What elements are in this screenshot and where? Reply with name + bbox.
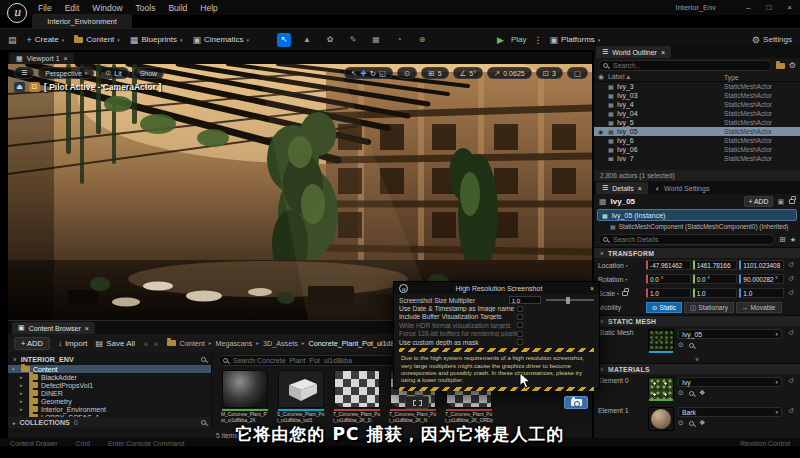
outliner-row[interactable]: ◉▦Ivy_6StaticMeshActor — [594, 136, 800, 145]
minimize-button[interactable]: – — [746, 3, 750, 12]
browse-icon[interactable]: ▣ — [777, 198, 784, 206]
settings-button[interactable]: ⚙Settings — [752, 35, 792, 45]
details-tab[interactable]: ☰Details× — [596, 182, 648, 194]
menu-window[interactable]: Window — [92, 3, 122, 13]
material-options-icon[interactable]: ❖ — [699, 389, 705, 397]
mode-foliage-icon[interactable]: ✿ — [323, 33, 337, 47]
static-mesh-section-header[interactable]: ∨STATIC MESH — [594, 315, 800, 326]
scale-lock-icon[interactable] — [622, 291, 628, 296]
capture-button[interactable] — [564, 396, 588, 409]
tree-item[interactable]: ▸BlackAdder — [8, 373, 211, 381]
outliner-row[interactable]: ◉▦Ivy_7StaticMeshActor — [594, 154, 800, 161]
rotate-tool-icon[interactable]: ↻ — [370, 69, 376, 78]
outliner-settings-icon[interactable]: ⚙ — [789, 61, 796, 70]
platforms-button[interactable]: ▣Platforms▾ — [550, 35, 601, 45]
material-0-thumbnail[interactable] — [648, 377, 674, 401]
use-selected-icon[interactable]: ⊙ — [678, 341, 684, 349]
outliner-row[interactable]: ◉▦Ivy_3StaticMeshActor — [594, 82, 800, 91]
mode-brush-icon[interactable]: ⊕ — [415, 33, 429, 47]
breadcrumb-content[interactable]: Content — [180, 339, 205, 348]
instance-row[interactable]: ▦ Ivy_05 (Instance) — [597, 209, 797, 221]
reset-static-mesh-icon[interactable]: ↺ — [786, 329, 796, 337]
scale-label[interactable]: Scale▾ — [598, 290, 644, 297]
menu-edit[interactable]: Edit — [65, 3, 80, 13]
scale-x-field[interactable]: 1.0 — [646, 288, 691, 298]
details-search-input[interactable] — [598, 234, 775, 245]
lock-icon[interactable] — [789, 199, 795, 204]
multiplier-value-field[interactable] — [509, 296, 541, 304]
materials-section-header[interactable]: ∨MATERIALS — [594, 363, 800, 374]
outliner-row[interactable]: ◉▦Ivy_5StaticMeshActor — [594, 118, 800, 127]
location-z-field[interactable]: 1101.023408 — [739, 260, 784, 270]
save-all-button[interactable]: ▤Save All — [96, 339, 135, 348]
static-mesh-thumbnail[interactable] — [648, 329, 674, 353]
add-component-button[interactable]: + ADD — [744, 196, 774, 207]
mobility-movable-button[interactable]: ↔Movable — [736, 302, 782, 313]
specify-region-button[interactable] — [405, 396, 429, 409]
material-1-combobox[interactable]: Bark▾ — [678, 407, 782, 417]
scale-tool-icon[interactable]: ◱ — [379, 69, 386, 78]
scale-y-field[interactable]: 1.0 — [693, 288, 738, 298]
breadcrumb-3d-assets[interactable]: 3D_Assets — [263, 339, 298, 348]
blueprints-button[interactable]: ▦Blueprints▾ — [130, 35, 183, 45]
menu-file[interactable]: File — [38, 3, 52, 13]
grid-snap-control[interactable]: ⊞5 — [421, 67, 448, 79]
asset-tile[interactable]: M_Concrete_Plant_Pot_ui1d8kba_2K — [220, 370, 270, 428]
world-settings-tab[interactable]: ◐World Settings — [650, 182, 716, 194]
expand-section-chevron[interactable]: ∨ — [594, 356, 800, 363]
camera-lock-icon[interactable]: ⊡ — [29, 82, 40, 92]
reset-scale-icon[interactable]: ↺ — [786, 289, 796, 297]
eject-pilot-icon[interactable]: ⏏ — [14, 82, 25, 92]
checkbox[interactable] — [517, 306, 523, 312]
menu-build[interactable]: Build — [168, 3, 187, 13]
rotation-y-field[interactable]: 0.0 ° — [693, 274, 738, 284]
dialog-title-bar[interactable]: u High Resolution Screenshot × — [394, 282, 599, 294]
find-in-browser-icon[interactable] — [689, 343, 694, 348]
favorites-icon[interactable]: ★ — [790, 236, 796, 244]
add-button[interactable]: + ADD — [14, 337, 50, 350]
camera-speed-control[interactable]: ⊡3 — [536, 67, 563, 79]
mode-select-icon[interactable]: ↖ — [277, 33, 291, 47]
play-options-kebab-icon[interactable]: ⋮ — [534, 35, 543, 45]
maximize-viewport-button[interactable]: ▢ — [567, 67, 588, 79]
content-browser-tab[interactable]: ▣Content Browser× — [12, 322, 95, 334]
asset-tile[interactable]: S_Concrete_Plant_Pot_ui1d8kba_lod3 — [276, 370, 326, 428]
sources-header[interactable]: ∨ INTERIOR_ENV — [8, 353, 211, 365]
location-x-field[interactable]: -47.961462 — [646, 260, 691, 270]
viewport-menu-button[interactable]: ☰ — [14, 67, 34, 79]
menu-tools[interactable]: Tools — [136, 3, 156, 13]
asset-tile[interactable]: T_Concrete_Plant_Pot_ui1d8kba_2K_D — [332, 370, 382, 428]
perspective-button[interactable]: Perspective▾ — [38, 67, 94, 79]
reset-location-icon[interactable]: ↺ — [786, 261, 796, 269]
tree-item[interactable]: ▸Geometry — [8, 397, 211, 405]
outliner-row[interactable]: ◉▦Ivy_03StaticMeshActor — [594, 91, 800, 100]
mode-modeling-icon[interactable]: ▦ — [369, 33, 383, 47]
rotation-label[interactable]: Rotation▾ — [598, 276, 644, 283]
dialog-close-icon[interactable]: × — [590, 285, 594, 292]
rotation-snap-control[interactable]: ∠5° — [453, 67, 483, 79]
use-selected-icon[interactable]: ⊙ — [678, 389, 684, 397]
viewport-tab[interactable]: ▦ Viewport 1 × — [10, 53, 74, 64]
cinematics-button[interactable]: ▣Cinematics▾ — [192, 35, 249, 45]
play-label[interactable]: Play — [511, 35, 527, 44]
nav-back-icon[interactable]: ◃ — [143, 339, 147, 348]
lit-button[interactable]: ⊙Lit — [98, 67, 128, 79]
outliner-tab[interactable]: ☰World Outliner× — [596, 46, 671, 58]
show-button[interactable]: Show — [133, 67, 165, 79]
level-tab[interactable]: Interior_Environment — [32, 14, 132, 28]
mobility-stationary-button[interactable]: ◫Stationary — [684, 302, 734, 313]
material-0-combobox[interactable]: Ivy▾ — [678, 377, 782, 387]
location-y-field[interactable]: 1461.78166 — [693, 260, 738, 270]
viewport-panel[interactable]: ▦ Viewport 1 × — [8, 52, 592, 320]
type-column-header[interactable]: Type — [724, 74, 796, 81]
close-icon[interactable]: × — [661, 49, 665, 56]
new-folder-icon[interactable] — [776, 63, 785, 69]
menu-help[interactable]: Help — [200, 3, 217, 13]
rotation-x-field[interactable]: 0.0 ° — [646, 274, 691, 284]
checkbox[interactable] — [517, 314, 523, 320]
search-icon[interactable] — [201, 357, 206, 362]
world-space-toggle[interactable]: ⊙ — [397, 67, 417, 79]
mode-mesh-paint-icon[interactable]: ✎ — [346, 33, 360, 47]
outliner-row-selected[interactable]: ◉▦Ivy_05StaticMeshActor — [594, 127, 800, 136]
reset-material-1-icon[interactable]: ↺ — [786, 407, 796, 415]
